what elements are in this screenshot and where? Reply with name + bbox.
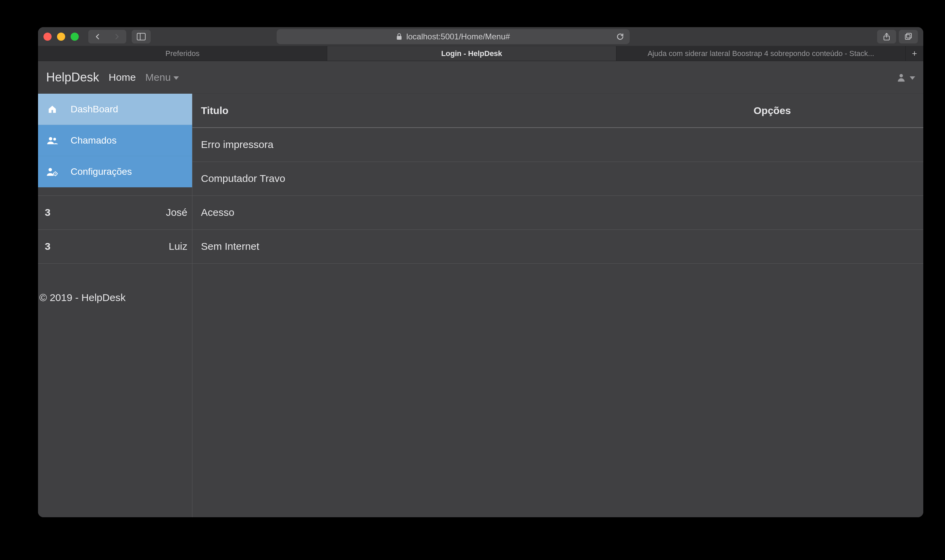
url-text: localhost:5001/Home/Menu#: [406, 32, 510, 42]
svg-rect-5: [907, 33, 911, 38]
svg-rect-4: [905, 35, 910, 39]
browser-toolbar: localhost:5001/Home/Menu#: [38, 27, 923, 46]
lock-icon: [396, 33, 402, 40]
new-tab-button[interactable]: +: [906, 46, 923, 61]
tab-label: Login - HelpDesk: [441, 49, 502, 58]
nav-buttons: [88, 30, 126, 43]
cell-title: Sem Internet: [194, 229, 747, 263]
svg-point-9: [49, 168, 52, 171]
svg-point-11: [55, 173, 56, 174]
app-navbar: HelpDesk Home Menu: [38, 61, 923, 94]
window-controls: [43, 32, 79, 41]
url-bar[interactable]: localhost:5001/Home/Menu#: [277, 29, 629, 44]
th-options: Opções: [747, 94, 923, 128]
svg-point-8: [53, 138, 56, 140]
cell-title: Erro impressora: [194, 128, 747, 162]
forward-button[interactable]: [107, 30, 126, 43]
reload-button[interactable]: [616, 32, 624, 41]
cell-name: Luiz: [113, 229, 194, 263]
sidebar-toggle-button[interactable]: [132, 30, 151, 43]
chevron-down-icon: [910, 76, 915, 80]
home-icon: [46, 105, 58, 114]
th-title: Titulo: [194, 94, 747, 128]
cell-options: [747, 128, 923, 162]
cell-title: Computador Travo: [194, 162, 747, 195]
footer-text: © 2019 - HelpDesk: [38, 288, 126, 303]
svg-point-7: [49, 137, 52, 140]
svg-rect-0: [137, 33, 145, 40]
table-row[interactable]: 3 Luiz Sem Internet: [38, 229, 923, 263]
cell-id: 3: [38, 229, 113, 263]
browser-window: localhost:5001/Home/Menu# Preferidos Log…: [38, 27, 923, 517]
cell-options: [747, 162, 923, 195]
tabs-overview-button[interactable]: [899, 30, 918, 43]
share-button[interactable]: [877, 30, 896, 43]
sidebar-label: Chamados: [71, 135, 117, 146]
tab-label: Preferidos: [165, 49, 199, 58]
svg-rect-2: [397, 36, 402, 40]
cell-id: 3: [38, 195, 113, 229]
brand[interactable]: HelpDesk: [46, 70, 99, 85]
content-area: Titulo Opções Erro impressora Computa: [38, 94, 923, 517]
cell-options: [747, 229, 923, 263]
minimize-window-button[interactable]: [57, 32, 65, 41]
sidebar-item-dashboard[interactable]: DashBoard: [38, 94, 192, 125]
sidebar-item-chamados[interactable]: Chamados: [38, 125, 192, 156]
toolbar-right: [877, 30, 918, 43]
user-menu[interactable]: [896, 72, 915, 83]
close-window-button[interactable]: [43, 32, 52, 41]
user-cog-icon: [46, 167, 58, 177]
back-button[interactable]: [88, 30, 107, 43]
browser-tab-1[interactable]: Login - HelpDesk: [327, 46, 616, 61]
chevron-down-icon: [174, 76, 179, 80]
vertical-divider: [192, 94, 192, 517]
sidebar-label: Configurações: [71, 166, 132, 177]
table-row[interactable]: 3 José Acesso: [38, 195, 923, 229]
cell-name: José: [113, 195, 194, 229]
sidebar-label: DashBoard: [71, 104, 118, 115]
users-icon: [46, 136, 58, 145]
nav-link-home[interactable]: Home: [109, 72, 136, 83]
browser-tab-2[interactable]: Ajuda com siderar lateral Boostrap 4 sob…: [616, 46, 906, 61]
maximize-window-button[interactable]: [71, 32, 79, 41]
sidebar-item-configuracoes[interactable]: Configurações: [38, 156, 192, 187]
page-content: HelpDesk Home Menu Titulo: [38, 61, 923, 517]
cell-title: Acesso: [194, 195, 747, 229]
browser-tab-0[interactable]: Preferidos: [38, 46, 327, 61]
user-icon: [896, 72, 906, 83]
tab-label: Ajuda com siderar lateral Boostrap 4 sob…: [648, 49, 874, 58]
nav-link-menu[interactable]: Menu: [145, 72, 179, 83]
nav-link-menu-label: Menu: [145, 72, 171, 83]
sidebar: DashBoard Chamados Configurações: [38, 94, 192, 187]
tab-bar: Preferidos Login - HelpDesk Ajuda com si…: [38, 46, 923, 61]
svg-point-6: [899, 74, 903, 77]
cell-options: [747, 195, 923, 229]
